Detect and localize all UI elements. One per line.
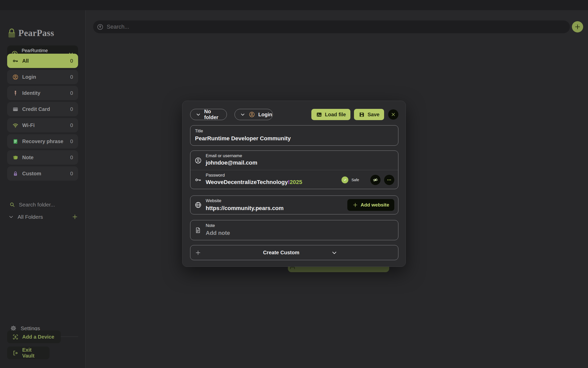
note-field[interactable]: Note Add note: [190, 220, 398, 240]
load-file-label: Load file: [325, 112, 346, 118]
title-field[interactable]: Title PearRuntime Developer Community: [190, 125, 398, 146]
padlock-logo-icon: [8, 28, 16, 38]
sidebar-item-label: Note: [22, 155, 70, 160]
toggle-password-visibility-button[interactable]: [370, 175, 381, 185]
website-label: Website: [206, 198, 221, 203]
sidebar-item-identity[interactable]: Identity 0: [7, 86, 78, 100]
device-scan-icon: [12, 334, 19, 340]
note-label: Note: [206, 223, 215, 228]
sidebar-item-custom[interactable]: Custom 0: [7, 166, 78, 181]
save-label: Save: [368, 112, 379, 118]
sidebar: PearPass PearRuntime Credentials All 0: [0, 10, 85, 368]
add-device-button[interactable]: Add a Device: [7, 330, 61, 343]
plus-icon: [352, 202, 358, 208]
note-placeholder: Add note: [206, 230, 230, 236]
background-button-icon: [290, 267, 295, 269]
sidebar-item-all[interactable]: All 0: [7, 54, 78, 68]
type-dropdown[interactable]: Login: [235, 109, 273, 120]
sidebar-item-label: All: [22, 58, 70, 64]
website-value: https://community.pears.com: [206, 205, 284, 212]
add-folder-icon[interactable]: [72, 214, 78, 220]
user-circle-icon: [194, 157, 202, 164]
all-folders-row[interactable]: All Folders: [8, 214, 78, 220]
sidebar-item-label: Recovery phrase: [22, 139, 70, 144]
eye-off-icon: [373, 177, 378, 183]
credential-editor-modal: No folder Login: [182, 101, 406, 267]
ellipsis-icon: [386, 177, 392, 183]
sidebar-item-label: Credit Card: [22, 106, 70, 112]
all-folders-label: All Folders: [18, 214, 68, 220]
email-field[interactable]: Email or username johndoe@mail.com: [190, 151, 398, 170]
sidebar-item-count: 0: [70, 155, 73, 160]
sidebar-item-label: Wi-Fi: [22, 122, 70, 128]
create-custom-button[interactable]: Create Custom: [190, 245, 398, 260]
global-search-input[interactable]: [106, 23, 566, 30]
sidebar-item-count: 0: [70, 106, 73, 112]
window-titlebar: [0, 0, 588, 10]
credit-card-icon: [12, 106, 19, 112]
floppy-disk-icon: [359, 111, 365, 118]
add-entry-button[interactable]: [572, 21, 583, 32]
image-icon: [316, 111, 322, 118]
email-value: johndoe@mail.com: [206, 159, 257, 166]
folder-search: [9, 201, 75, 208]
sidebar-item-note[interactable]: Note 0: [7, 150, 78, 165]
app-window: PearPass PearRuntime Credentials All 0: [0, 0, 588, 368]
user-circle-icon: [249, 111, 255, 118]
credentials-group: Email or username johndoe@mail.com Passw…: [190, 151, 398, 189]
circle-key-icon: [97, 24, 104, 30]
add-website-button[interactable]: Add website: [347, 199, 394, 211]
folder-dropdown[interactable]: No folder: [190, 109, 227, 120]
sidebar-item-login[interactable]: Login 0: [7, 70, 78, 84]
sidebar-item-credit-card[interactable]: Credit Card 0: [7, 102, 78, 116]
load-file-button[interactable]: Load file: [311, 109, 350, 120]
sidebar-item-count: 0: [70, 74, 73, 80]
person-icon: [12, 90, 19, 96]
email-label: Email or username: [206, 153, 257, 158]
lock-icon: [12, 170, 19, 177]
save-button[interactable]: Save: [354, 109, 384, 120]
title-label: Title: [195, 129, 203, 134]
app-logo: PearPass: [8, 28, 54, 38]
app-title: PearPass: [18, 28, 54, 38]
sidebar-item-label: Custom: [22, 171, 70, 177]
add-website-label: Add website: [361, 202, 389, 208]
sidebar-item-wifi[interactable]: Wi-Fi 0: [7, 118, 78, 132]
password-options-button[interactable]: [384, 175, 394, 185]
folder-dropdown-label: No folder: [204, 109, 222, 120]
folder-search-input[interactable]: [18, 201, 75, 208]
sidebar-item-count: 0: [70, 139, 73, 144]
password-field[interactable]: Password WeoveDecentralizeTechnology!202…: [190, 170, 398, 189]
close-icon: [391, 112, 396, 117]
password-label: Password: [206, 173, 302, 178]
sidebar-item-label: Identity: [22, 90, 70, 96]
plus-icon: [195, 250, 258, 256]
website-field[interactable]: Website https://community.pears.com Add …: [190, 195, 398, 214]
recovery-document-icon: [12, 138, 19, 145]
sidebar-item-recovery-phrase[interactable]: Recovery phrase 0: [7, 134, 78, 148]
sidebar-item-count: 0: [70, 122, 73, 128]
document-icon: [194, 227, 201, 234]
add-device-label: Add a Device: [22, 334, 54, 340]
exit-icon: [12, 350, 19, 356]
globe-icon: [194, 201, 202, 209]
chevron-down-icon[interactable]: [8, 214, 14, 220]
safe-label: Safe: [351, 178, 359, 182]
chevron-down-icon: [240, 112, 246, 117]
create-custom-label: Create Custom: [263, 250, 326, 256]
background-action-button[interactable]: [288, 267, 389, 272]
close-modal-button[interactable]: [388, 109, 398, 120]
key-icon: [194, 176, 202, 183]
sidebar-item-count: 0: [70, 90, 73, 96]
plus-icon: [574, 24, 581, 30]
exit-vault-button[interactable]: Exit Vault: [7, 347, 50, 359]
chevron-down-icon: [195, 112, 201, 117]
sidebar-item-count: 0: [70, 171, 73, 177]
password-safety-badge: Safe: [341, 176, 359, 183]
wifi-icon: [12, 122, 19, 129]
key-icon: [12, 58, 19, 64]
type-dropdown-label: Login: [258, 112, 272, 118]
global-search[interactable]: [93, 20, 570, 33]
sidebar-item-count: 0: [70, 58, 73, 64]
chevron-down-icon: [331, 249, 394, 256]
